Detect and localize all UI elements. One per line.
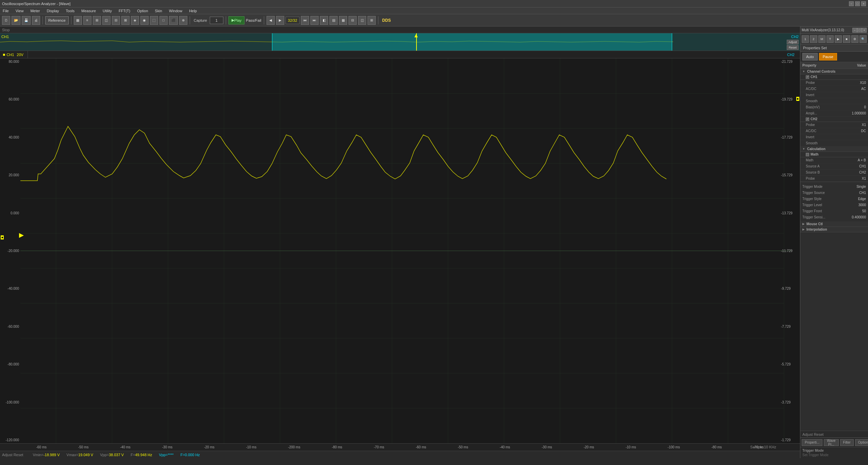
menu-fft[interactable]: FFT(T): [117, 9, 132, 13]
menu-measure[interactable]: Measure: [80, 9, 97, 13]
tb-icon-7[interactable]: ◈: [131, 16, 139, 25]
trigger-style-row: Trigger Style Edge: [802, 196, 866, 202]
analyzer-close[interactable]: ×: [862, 28, 867, 33]
menu-tools[interactable]: Tools: [65, 9, 76, 13]
channel-controls-section: ▼ Channel Controls: [800, 69, 868, 74]
atb-run[interactable]: ▶: [835, 35, 842, 43]
close-button[interactable]: ×: [861, 1, 866, 6]
open-button[interactable]: 📂: [12, 16, 20, 25]
save-button[interactable]: 💾: [22, 16, 31, 25]
tb-icon-19[interactable]: ◫: [358, 16, 366, 25]
ch1-bias-row: Bias(mV) 0: [800, 104, 868, 110]
capture-label: Capture: [192, 18, 208, 22]
vmax-label: Vmax=19.049 V: [67, 453, 93, 457]
tb-icon-12[interactable]: ⊕: [179, 16, 187, 25]
tb-icon-9[interactable]: ⬚: [150, 16, 158, 25]
tab-options[interactable]: Options: [855, 439, 868, 446]
dds-label[interactable]: DDS: [381, 18, 392, 23]
vpp2-value: ****: [168, 453, 174, 457]
tb-icon-20[interactable]: ⊞: [368, 16, 376, 25]
tb-icon-18[interactable]: ⊟: [348, 16, 357, 25]
tb-icon-2[interactable]: ≡: [83, 16, 91, 25]
atb-trig[interactable]: T: [827, 35, 834, 43]
auto-button[interactable]: Auto: [802, 53, 818, 60]
properties-header: Properties Set: [800, 44, 868, 52]
tab-wavepr[interactable]: Wave Pr...: [824, 439, 838, 446]
ch2-smooth-row: Smooth: [800, 140, 868, 146]
freq-value: 49.948 Hz: [135, 453, 152, 457]
adj-reset-group: Adjust Reset: [787, 40, 799, 50]
mouse-ctl-section: ▶ Mouse Ctl: [800, 221, 868, 227]
time-label-10: -60 ms: [416, 445, 426, 449]
capture-input[interactable]: [210, 17, 223, 24]
tb-icon-13[interactable]: ⏮: [301, 16, 309, 25]
tb-icon-17[interactable]: ▦: [339, 16, 347, 25]
print-button[interactable]: 🖨: [32, 16, 40, 25]
status-bar: Stop: [0, 26, 800, 33]
tb-icon-8[interactable]: ◉: [140, 16, 149, 25]
analyzer-min[interactable]: −: [852, 28, 857, 33]
menu-option[interactable]: Option: [136, 9, 149, 13]
tb-icon-15[interactable]: ◧: [320, 16, 328, 25]
navigator[interactable]: CH1 CH2 Adjust Reset: [0, 33, 800, 51]
menu-file[interactable]: File: [1, 9, 10, 13]
waveform-area[interactable]: 80.000 60.000 40.000 20.000 0.000 -20.00…: [0, 58, 800, 443]
menu-utility[interactable]: Utility: [101, 9, 113, 13]
math-probe-row: Probe X1: [800, 176, 868, 182]
new-button[interactable]: 🗋: [2, 16, 10, 25]
tb-icon-4[interactable]: ◫: [102, 16, 110, 25]
time-label-1: -60 ms: [36, 445, 47, 449]
tb-icon-3[interactable]: ⊞: [93, 16, 101, 25]
ch1-invert-row: Invert: [800, 92, 868, 98]
prop-header-row: Property Value: [800, 62, 868, 69]
tb-next[interactable]: ▶: [276, 16, 284, 25]
play-button[interactable]: ▶ Play: [228, 16, 244, 24]
vmax-value: 19.049 V: [78, 453, 93, 457]
tb-icon-6[interactable]: ⊠: [121, 16, 130, 25]
adjust-button[interactable]: Adjust: [787, 40, 799, 44]
math-srca-row: Source A CH1: [800, 163, 868, 169]
menu-meter[interactable]: Meter: [29, 9, 41, 13]
atb-zoom[interactable]: 🔍: [860, 35, 867, 43]
menu-view[interactable]: View: [14, 9, 25, 13]
menu-help[interactable]: Help: [188, 9, 198, 13]
ch2-section: ✓ CH2: [800, 117, 868, 122]
time-label-5: -20 ms: [204, 445, 215, 449]
atb-stop[interactable]: ■: [843, 35, 850, 43]
freq2-label: F=0.000 Hz: [181, 453, 200, 457]
analyzer-max[interactable]: □: [857, 28, 862, 33]
nav-highlight: [272, 33, 672, 51]
ch2-probe-row: Probe X1: [800, 122, 868, 128]
tb-icon-10[interactable]: □: [159, 16, 168, 25]
ch1-scale: 20V: [17, 53, 23, 57]
menu-display[interactable]: Display: [46, 9, 61, 13]
atb-cfg[interactable]: ⚙: [851, 35, 858, 43]
tb-prev[interactable]: ◀: [267, 16, 275, 25]
reference-button[interactable]: Reference: [45, 16, 69, 24]
window-controls: − □ ×: [849, 1, 866, 6]
title-text: Oscilloscope/Spectrum Analyzer - [Wave]: [2, 2, 70, 6]
minimize-button[interactable]: −: [849, 1, 854, 6]
bottom-tabs: Properti... Wave Pr... Filter Options: [800, 437, 868, 447]
atb-math[interactable]: M: [818, 35, 826, 43]
tb-icon-14[interactable]: ⏭: [310, 16, 319, 25]
prop-col-value: Value: [841, 64, 868, 67]
tb-icon-5[interactable]: ⊟: [112, 16, 120, 25]
ch2-label-text: CH2: [787, 53, 795, 57]
toolbar-sep-5: [264, 16, 264, 24]
reset-button[interactable]: Reset: [787, 45, 799, 50]
atb-ch1[interactable]: 1: [802, 35, 809, 43]
atb-ch2[interactable]: 2: [810, 35, 817, 43]
tab-filter[interactable]: Filter: [840, 439, 854, 446]
menu-window[interactable]: Window: [168, 9, 184, 13]
maximize-button[interactable]: □: [855, 1, 860, 6]
tb-icon-1[interactable]: ▦: [74, 16, 82, 25]
tab-properti[interactable]: Properti...: [802, 439, 822, 446]
calculation-section: ▼ Calculation: [800, 146, 868, 152]
menu-skin[interactable]: Skin: [154, 9, 164, 13]
pause-button[interactable]: Pause: [819, 53, 837, 60]
freq2-value: 0.000 Hz: [185, 453, 200, 457]
tb-icon-11[interactable]: ⬛: [169, 16, 178, 25]
tb-icon-16[interactable]: ▤: [329, 16, 338, 25]
ch1-label-text: CH1: [6, 53, 14, 57]
